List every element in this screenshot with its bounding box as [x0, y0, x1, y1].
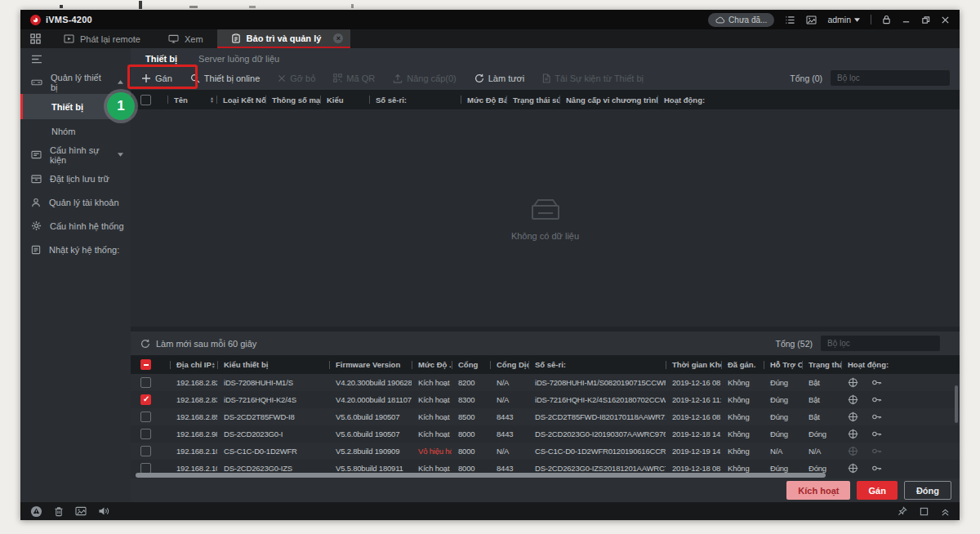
col-security[interactable]: Mức Độ Bảo ...	[461, 90, 506, 109]
refresh-icon[interactable]	[140, 339, 150, 349]
screenshot-icon[interactable]	[806, 16, 817, 24]
cell-port: 8300	[452, 391, 490, 408]
sidebar-item-account-management[interactable]: Quản lý tài khoản	[20, 190, 131, 214]
user-menu[interactable]: admin	[827, 15, 860, 24]
sidebar-item-storage-schedule[interactable]: Đặt lịch lưu trữ	[20, 167, 131, 190]
row-checkbox[interactable]	[131, 374, 170, 391]
col-start-time[interactable]: Thời gian Khởi ...	[666, 355, 721, 374]
col-firmware-upgrade[interactable]: Nâng cấp vi chương trình	[559, 90, 657, 109]
sidebar-item-event-config[interactable]: Cấu hình sự kiện	[20, 143, 131, 167]
col-service-port[interactable]: Cổng Dịc...	[490, 355, 528, 374]
cloud-icon	[715, 16, 725, 24]
cell-model: DS-2CD2023G0-I	[217, 425, 329, 443]
col-security[interactable]: Mức Độ ...	[412, 355, 452, 374]
select-all-checkbox[interactable]	[131, 355, 170, 374]
sidebar-item-system-log[interactable]: Nhật ký hệ thống:	[20, 238, 131, 261]
key-icon[interactable]	[871, 446, 882, 456]
col-firmware[interactable]: Firmware Version	[329, 355, 412, 374]
tab-view[interactable]: Xem	[154, 29, 217, 48]
sidebar-collapse-icon[interactable]	[20, 48, 131, 70]
collapse-up-icon[interactable]	[941, 507, 950, 516]
get-events-button[interactable]: Tải Sự kiện từ Thiết bị	[542, 73, 644, 83]
key-icon[interactable]	[871, 377, 882, 388]
subtab-stream-server[interactable]: Server luồng dữ liệu	[198, 54, 279, 64]
cropped-text-fragment	[351, 4, 354, 8]
sidebar-item-group[interactable]: Nhóm	[20, 119, 131, 143]
table-row[interactable]: 192.168.2.98 DS-2CD2023G0-I V5.6.0build …	[131, 425, 960, 443]
col-port[interactable]: Cổng	[452, 355, 490, 374]
globe-icon[interactable]	[848, 446, 858, 456]
col-network-params[interactable]: Thông số mạng	[265, 90, 320, 109]
minimize-button[interactable]	[902, 16, 911, 24]
sort-icon[interactable]: ▲▼	[212, 362, 216, 368]
col-device-type[interactable]: Kiểu thiết bị	[217, 355, 329, 374]
col-name[interactable]: Tên▲▼	[167, 90, 216, 109]
tab-maintenance[interactable]: Bảo trì và quản lý ×	[217, 29, 351, 48]
maximize-panel-icon[interactable]	[920, 507, 929, 516]
close-button[interactable]	[941, 16, 950, 24]
key-icon[interactable]	[871, 412, 882, 422]
add-device-button[interactable]: Gán	[141, 73, 172, 83]
online-device-button[interactable]: Thiết bị online	[190, 73, 261, 83]
table-row[interactable]: 192.168.2.83 iDS-7216HQHI-K2/4S V4.20.00…	[131, 391, 960, 408]
col-ip[interactable]: Địa chỉ IP▲▼	[170, 355, 217, 374]
col-resource-status[interactable]: Trạng thái sử...	[506, 90, 559, 109]
delete-device-button[interactable]: Gỡ bỏ	[278, 73, 315, 83]
upgrade-button[interactable]: Nâng cấp(0)	[393, 73, 457, 83]
table-row[interactable]: 192.168.2.85 DS-2CD2T85FWD-I8 V5.6.0buil…	[131, 408, 960, 425]
table-row[interactable]: 192.168.2.82 iDS-7208HUHI-M1/S V4.20.300…	[131, 374, 960, 391]
globe-icon[interactable]	[848, 412, 858, 422]
image-export-icon[interactable]	[75, 506, 87, 516]
online-filter-input[interactable]	[821, 336, 940, 351]
globe-icon[interactable]	[848, 377, 858, 388]
lock-icon[interactable]	[882, 15, 891, 24]
row-checkbox[interactable]	[131, 443, 170, 460]
restore-button[interactable]	[921, 16, 930, 24]
key-icon[interactable]	[871, 429, 882, 439]
globe-icon[interactable]	[848, 394, 858, 405]
pin-icon[interactable]	[898, 506, 907, 516]
row-checkbox[interactable]	[131, 391, 170, 408]
cell-operations	[841, 408, 960, 425]
close-button[interactable]: Đóng	[904, 481, 951, 500]
cloud-login-button[interactable]: Chưa đă...	[708, 13, 774, 27]
col-status[interactable]: Trạng thá...	[802, 355, 841, 374]
vertical-scrollbar[interactable]	[955, 385, 958, 423]
sidebar-item-device-management[interactable]: Quản lý thiết bị	[20, 70, 131, 94]
cell-service-port: N/A	[490, 391, 528, 408]
tab-close-icon[interactable]: ×	[333, 33, 343, 43]
apps-grid-icon[interactable]	[20, 29, 50, 48]
subtab-device[interactable]: Thiết bị	[145, 54, 177, 64]
col-cloud-support[interactable]: Hỗ Trợ Cl...	[764, 355, 802, 374]
col-serial[interactable]: Số sê-ri:	[528, 355, 666, 374]
qr-code-button[interactable]: Mã QR	[333, 73, 375, 83]
globe-icon[interactable]	[848, 463, 858, 474]
refresh-button[interactable]: Làm tươi	[474, 73, 525, 83]
tab-remote-playback[interactable]: Phát lại remote	[50, 29, 154, 48]
speaker-icon[interactable]	[98, 506, 109, 516]
col-operation[interactable]: Hoạt động:	[841, 355, 960, 374]
sort-icon[interactable]: ▲▼	[210, 96, 214, 103]
key-icon[interactable]	[871, 394, 882, 405]
row-checkbox[interactable]	[131, 425, 170, 443]
globe-icon[interactable]	[848, 429, 858, 439]
menu-list-icon[interactable]	[785, 16, 795, 24]
col-added[interactable]: Đã gán.	[721, 355, 764, 374]
col-connection-type[interactable]: Loại Kết Nối	[216, 90, 265, 109]
table-row[interactable]: 192.168.2.100 CS-C1C-D0-1D2WFR V5.2.8bui…	[131, 443, 960, 460]
key-icon[interactable]	[871, 463, 882, 474]
col-operation[interactable]: Hoạt động:	[657, 90, 960, 109]
device-filter-input[interactable]	[831, 70, 950, 86]
col-model[interactable]: Kiểu	[320, 90, 369, 109]
sidebar-item-label: Cấu hình hệ thống	[50, 221, 124, 231]
cell-firmware: V5.2.8build 190909	[329, 443, 412, 460]
row-checkbox[interactable]	[131, 408, 170, 425]
horizontal-scrollbar[interactable]	[136, 473, 826, 478]
trash-icon[interactable]	[54, 506, 64, 517]
sidebar-item-system-config[interactable]: Cấu hình hệ thống	[20, 214, 131, 238]
add-button[interactable]: Gán	[857, 481, 897, 500]
select-all-checkbox[interactable]	[131, 90, 167, 109]
col-serial[interactable]: Số sê-ri:	[369, 90, 461, 109]
alarm-icon[interactable]	[30, 505, 42, 518]
activate-button[interactable]: Kích hoạt	[786, 481, 850, 500]
